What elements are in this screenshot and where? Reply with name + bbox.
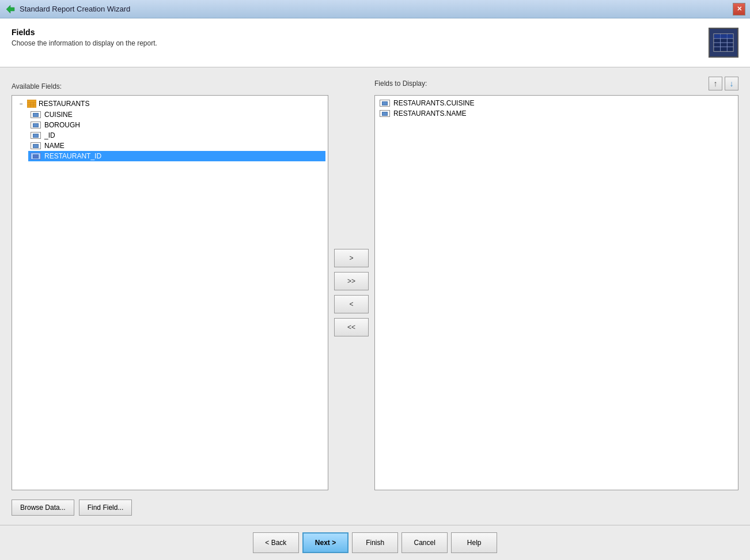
svg-marker-0: [6, 5, 14, 13]
display-field-label-cuisine: RESTAURANTS.CUISINE: [393, 99, 474, 107]
tree-field-restaurant-id[interactable]: RESTAURANT_ID: [28, 151, 325, 161]
tree-field-id[interactable]: _ID: [28, 130, 325, 141]
available-fields-label: Available Fields:: [12, 82, 62, 90]
display-field-icon-cuisine: [380, 100, 390, 107]
display-item-name[interactable]: RESTAURANTS.NAME: [377, 108, 736, 119]
add-one-button[interactable]: >: [334, 249, 369, 267]
tree-children: CUISINE BOROUGH _ID NAME: [14, 109, 325, 161]
dialog-footer: < Back Next > Finish Cancel Help: [0, 525, 750, 560]
tree-field-label-id: _ID: [44, 131, 55, 139]
tree-field-label-cuisine: CUISINE: [44, 111, 73, 119]
dialog-header: Fields Choose the information to display…: [0, 18, 750, 67]
field-icon-restaurant-id: [31, 153, 41, 160]
bottom-actions: Browse Data... Find Field...: [12, 500, 738, 516]
header-icon: [709, 28, 738, 58]
field-icon-id: [31, 132, 41, 139]
tree-field-borough[interactable]: BOROUGH: [28, 120, 325, 130]
svg-rect-7: [714, 35, 733, 38]
back-button[interactable]: < Back: [253, 532, 299, 553]
browse-data-button[interactable]: Browse Data...: [12, 500, 74, 516]
remove-all-button[interactable]: <<: [334, 318, 369, 336]
tree-table-label: RESTAURANTS: [39, 100, 89, 108]
app-icon: [5, 3, 16, 15]
help-button[interactable]: Help: [451, 532, 497, 553]
title-bar-text: Standard Report Creation Wizard: [20, 5, 733, 13]
available-fields-box[interactable]: − RESTAURANTS: [12, 95, 328, 490]
tree-field-name[interactable]: NAME: [28, 141, 325, 151]
move-down-button[interactable]: ↓: [725, 77, 738, 90]
tree-field-label-restaurant-id: RESTAURANT_ID: [44, 152, 101, 160]
tree-field-cuisine[interactable]: CUISINE: [28, 109, 325, 120]
tree-toggle-icon[interactable]: −: [17, 99, 26, 108]
fields-row: − RESTAURANTS: [12, 95, 738, 490]
tree-field-label-name: NAME: [44, 142, 65, 150]
header-text: Fields Choose the information to display…: [12, 28, 157, 47]
header-subtitle: Choose the information to display on the…: [12, 39, 157, 47]
tree-table-item[interactable]: − RESTAURANTS: [14, 98, 325, 109]
field-icon-cuisine: [31, 111, 41, 118]
field-icon-name: [31, 142, 41, 149]
add-all-button[interactable]: >>: [334, 272, 369, 290]
next-button[interactable]: Next >: [302, 532, 349, 553]
tree-field-label-borough: BOROUGH: [44, 121, 80, 129]
field-icon-borough: [31, 122, 41, 128]
dialog: Fields Choose the information to display…: [0, 18, 750, 560]
move-up-button[interactable]: ↑: [709, 77, 722, 90]
finish-button[interactable]: Finish: [352, 532, 398, 553]
remove-one-button[interactable]: <: [334, 295, 369, 313]
dialog-content: Available Fields: Fields to Display: ↑ ↓…: [0, 67, 750, 525]
transfer-buttons: > >> < <<: [328, 95, 374, 490]
display-fields-label: Fields to Display:: [374, 80, 427, 88]
table-icon: [27, 99, 36, 108]
display-item-cuisine[interactable]: RESTAURANTS.CUISINE: [377, 98, 736, 108]
header-title: Fields: [12, 28, 157, 37]
close-button[interactable]: ✕: [733, 3, 745, 16]
display-field-label-name: RESTAURANTS.NAME: [393, 109, 466, 118]
cancel-button[interactable]: Cancel: [401, 532, 448, 553]
find-field-button[interactable]: Find Field...: [79, 500, 132, 516]
display-fields-box[interactable]: RESTAURANTS.CUISINE RESTAURANTS.NAME: [374, 95, 738, 490]
order-buttons: ↑ ↓: [709, 77, 738, 90]
title-bar: Standard Report Creation Wizard ✕: [0, 0, 750, 18]
display-field-icon-name: [380, 110, 390, 117]
svg-rect-8: [27, 100, 36, 108]
title-bar-controls: ✕: [733, 3, 745, 16]
